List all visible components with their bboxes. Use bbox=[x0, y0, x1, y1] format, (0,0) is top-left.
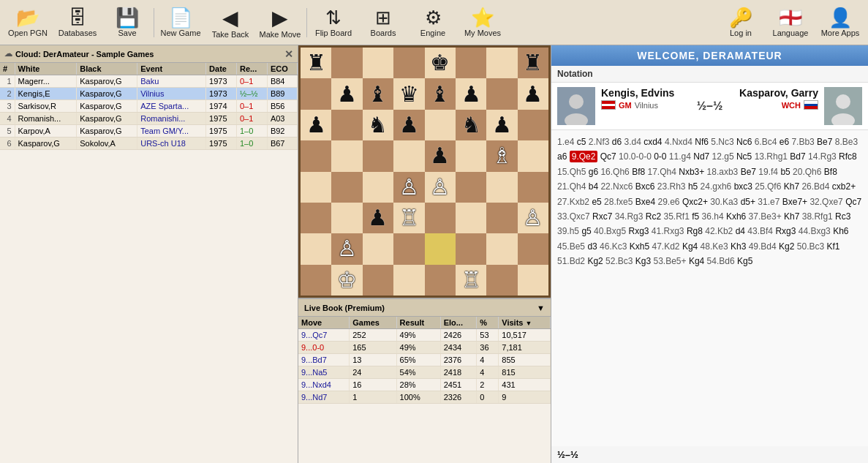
square-d8[interactable] bbox=[393, 48, 424, 78]
square-d2[interactable] bbox=[393, 233, 424, 264]
table-row[interactable]: 6 Kasparov,G Sokolov,A URS-ch U18 1975 1… bbox=[0, 138, 298, 150]
move[interactable]: Nxb3+ bbox=[679, 167, 704, 177]
lb-cell-move[interactable]: 9...Nd7 bbox=[298, 391, 350, 404]
log-in-button[interactable]: 🔑 Log in bbox=[716, 1, 766, 44]
move[interactable]: Kxh6 bbox=[726, 211, 746, 222]
move[interactable]: cxd4 bbox=[644, 137, 662, 147]
square-a1[interactable] bbox=[301, 265, 331, 296]
move[interactable]: d6 bbox=[612, 137, 622, 147]
new-game-button[interactable]: 📄 New Game bbox=[156, 1, 205, 44]
move[interactable]: Kh7 bbox=[784, 181, 799, 192]
move[interactable]: Nc5 bbox=[736, 151, 752, 162]
list-item[interactable]: 9...Nxd4 16 28% 2451 2 431 bbox=[298, 379, 551, 391]
square-d6[interactable]: ♟ bbox=[393, 110, 424, 140]
engine-button[interactable]: ⚙ Engine bbox=[408, 1, 458, 44]
move[interactable]: h5 bbox=[688, 181, 698, 192]
lb-cell-move[interactable]: 9...Nxd4 bbox=[298, 379, 350, 391]
square-e8[interactable]: ♚ bbox=[425, 48, 456, 78]
databases-button[interactable]: 🗄 Databases bbox=[53, 1, 102, 44]
list-item[interactable]: 9...0-0 165 49% 2434 36 7,181 bbox=[298, 342, 551, 354]
square-g2[interactable] bbox=[486, 233, 517, 264]
move[interactable]: Qxc2+ bbox=[682, 197, 708, 207]
move[interactable]: Be7 bbox=[741, 167, 756, 177]
chess-board-container[interactable]: ♜♚♜♟♝♛♝♟♟♟♞♟♞♟♟♗♙♙♟♖♙♙♔♖ bbox=[298, 45, 551, 298]
move[interactable]: Rxg3 bbox=[628, 226, 649, 236]
move[interactable]: Bd7 bbox=[790, 151, 805, 162]
square-c4[interactable] bbox=[363, 172, 393, 203]
my-moves-button[interactable]: ⭐ My Moves bbox=[458, 1, 507, 44]
square-a5[interactable] bbox=[301, 140, 331, 171]
square-f3[interactable] bbox=[456, 203, 486, 233]
list-item[interactable]: 9...Nd7 1 100% 2326 0 9 bbox=[298, 391, 551, 404]
table-row[interactable]: 1 Magerr... Kasparov,G Baku 1973 0–1 B84 bbox=[0, 75, 298, 88]
square-a3[interactable] bbox=[301, 203, 331, 233]
move[interactable]: Kxh5 bbox=[630, 241, 649, 252]
move[interactable]: g6 bbox=[589, 167, 598, 177]
square-b6[interactable] bbox=[331, 110, 362, 140]
square-b7[interactable]: ♟ bbox=[331, 78, 362, 109]
square-h1[interactable] bbox=[518, 265, 548, 296]
square-e5[interactable]: ♟ bbox=[425, 140, 456, 171]
square-e6[interactable] bbox=[425, 110, 456, 140]
square-d3[interactable]: ♖ bbox=[393, 203, 424, 233]
move[interactable]: Kg5 bbox=[737, 256, 752, 266]
move[interactable]: b5 bbox=[780, 167, 790, 177]
move[interactable]: Bf8 bbox=[824, 167, 837, 177]
move[interactable]: Kg4 bbox=[689, 256, 704, 266]
square-e3[interactable] bbox=[425, 203, 456, 233]
square-g4[interactable] bbox=[486, 172, 517, 203]
boards-button[interactable]: ⊞ Boards bbox=[358, 1, 408, 44]
move[interactable]: Qc7 bbox=[600, 151, 616, 162]
square-a2[interactable] bbox=[301, 233, 331, 264]
square-b5[interactable] bbox=[331, 140, 362, 171]
square-d5[interactable] bbox=[393, 140, 424, 171]
square-f5[interactable] bbox=[456, 140, 486, 171]
square-h5[interactable] bbox=[518, 140, 548, 171]
move[interactable]: f5 bbox=[692, 211, 699, 222]
square-c1[interactable] bbox=[363, 265, 393, 296]
move[interactable]: Rc2 bbox=[646, 211, 661, 222]
close-panel-button[interactable]: ✕ bbox=[284, 48, 293, 60]
square-f8[interactable] bbox=[456, 48, 486, 78]
square-g1[interactable] bbox=[486, 265, 517, 296]
square-e4[interactable]: ♙ bbox=[425, 172, 456, 203]
move[interactable]: e5 bbox=[592, 197, 601, 207]
square-a8[interactable]: ♜ bbox=[301, 48, 331, 78]
live-book-collapse[interactable]: ▼ bbox=[537, 304, 545, 312]
square-c2[interactable] bbox=[363, 233, 393, 264]
square-e2[interactable] bbox=[425, 233, 456, 264]
lb-cell-move[interactable]: 9...Bd7 bbox=[298, 354, 350, 366]
square-a7[interactable] bbox=[301, 78, 331, 109]
move[interactable]: Bxc6 bbox=[635, 181, 655, 192]
list-item[interactable]: 9...Qc7 252 49% 2426 53 10,517 bbox=[298, 329, 551, 342]
open-pgn-button[interactable]: 📂 Open PGN bbox=[3, 1, 53, 44]
move[interactable]: c5 bbox=[577, 137, 586, 147]
square-g3[interactable] bbox=[486, 203, 517, 233]
move[interactable]: Nd7 bbox=[693, 151, 709, 162]
move[interactable]: Rxg3 bbox=[775, 226, 796, 236]
move[interactable]: Nf6 bbox=[695, 137, 709, 147]
table-row[interactable]: 4 Romanish... Kasparov,G Romanishi... 19… bbox=[0, 113, 298, 125]
square-a4[interactable] bbox=[301, 172, 331, 203]
table-row[interactable]: 5 Karpov,A Kasparov,G Team GM/Y... 1975 … bbox=[0, 125, 298, 138]
take-back-button[interactable]: ◀ Take Back bbox=[205, 1, 255, 44]
move[interactable]: Bxe4 bbox=[635, 197, 655, 207]
square-e1[interactable] bbox=[425, 265, 456, 296]
make-move-button[interactable]: ▶ Make Move bbox=[255, 1, 305, 44]
square-h7[interactable]: ♟ bbox=[518, 78, 548, 109]
square-b2[interactable]: ♙ bbox=[331, 233, 362, 264]
move[interactable]: Kg2 bbox=[587, 256, 603, 266]
square-h6[interactable] bbox=[518, 110, 548, 140]
square-f4[interactable] bbox=[456, 172, 486, 203]
square-c7[interactable]: ♝ bbox=[363, 78, 393, 109]
lb-cell-move[interactable]: 9...0-0 bbox=[298, 342, 350, 354]
square-h4[interactable] bbox=[518, 172, 548, 203]
move[interactable]: Rxc7 bbox=[592, 211, 612, 222]
highlighted-move[interactable]: 9.Qe2 bbox=[570, 151, 598, 162]
lb-cell-move[interactable]: 9...Qc7 bbox=[298, 329, 350, 342]
square-b4[interactable] bbox=[331, 172, 362, 203]
move[interactable]: g5 bbox=[581, 226, 591, 236]
move[interactable]: e6 bbox=[780, 137, 789, 147]
list-item[interactable]: 9...Na5 24 54% 2418 4 815 bbox=[298, 366, 551, 379]
move[interactable]: d4 bbox=[736, 226, 745, 236]
